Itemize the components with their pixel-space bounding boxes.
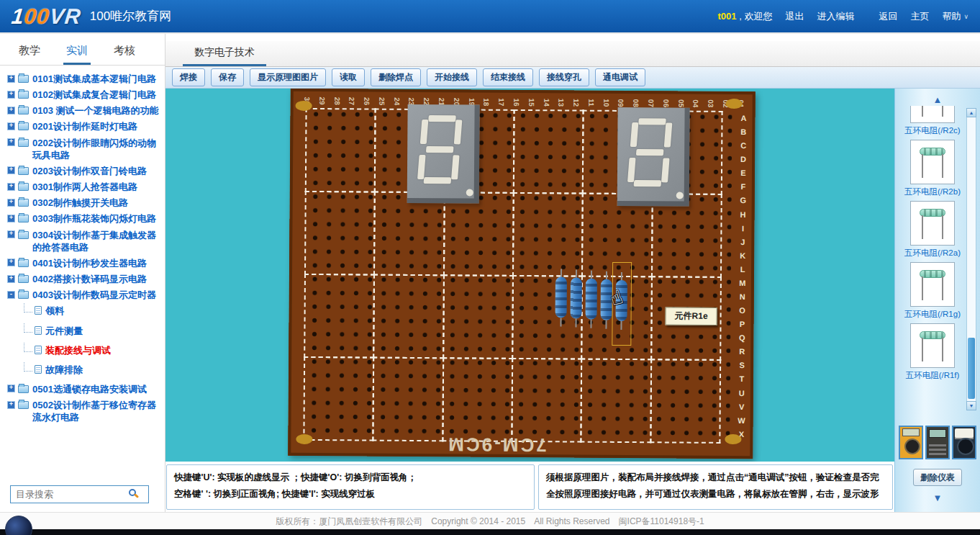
toolbar-button[interactable]: 接线穿孔	[539, 68, 589, 86]
expand-icon[interactable]	[7, 107, 15, 114]
sidebar-tab[interactable]: 考核	[111, 44, 138, 65]
tree-item[interactable]: 0301制作两人抢答器电路	[7, 181, 163, 193]
component-label[interactable]: 五环电阻(/R1f)	[899, 370, 966, 381]
seven-segment-display-right[interactable]	[617, 107, 690, 207]
tree-item[interactable]: 0303制作瓶花装饰闪烁灯电路	[7, 212, 163, 225]
chevron-down-icon[interactable]: ∨	[963, 13, 968, 20]
tree-item-label[interactable]: 0202设计制作眼睛闪烁的动物玩具电路	[32, 137, 163, 161]
tree-item[interactable]: 装配接线与调试	[20, 344, 163, 356]
component-label[interactable]: 五环电阻(/R2a)	[899, 248, 966, 258]
component-label[interactable]: 五环电阻(/R2b)	[899, 186, 966, 197]
expand-icon[interactable]	[7, 291, 15, 299]
tree-item-label[interactable]: 0203设计制作双音门铃电路	[32, 165, 147, 177]
tree-item[interactable]: 故障排除	[20, 364, 163, 376]
sidebar-tab[interactable]: 教学	[16, 44, 43, 65]
component-scrollbar[interactable]: ▲ ▼	[966, 108, 976, 410]
scrollbar-down-icon[interactable]: ▼	[966, 401, 976, 410]
tree-item[interactable]: 0202设计制作眼睛闪烁的动物玩具电路	[7, 137, 163, 161]
tree-item[interactable]: 0401设计制作秒发生器电路	[7, 257, 163, 269]
tree-item[interactable]: 0201设计制作延时灯电路	[7, 120, 163, 132]
panel-scroll-up-icon[interactable]: ▲	[895, 95, 980, 104]
tree-item[interactable]: 0302制作触摸开关电路	[7, 197, 163, 209]
component-item[interactable]: 五环电阻(/R2b)	[899, 140, 966, 197]
toolbar-button[interactable]: 保存	[211, 68, 244, 86]
expand-icon[interactable]	[7, 215, 15, 222]
component-label[interactable]: 五环电阻(/R2c)	[899, 125, 966, 136]
component-label[interactable]: 五环电阻(/R1g)	[899, 309, 966, 320]
tree-item[interactable]: 0101测试集成基本逻辑门电路	[7, 73, 163, 85]
tree-item-label[interactable]: 0303制作瓶花装饰闪烁灯电路	[32, 212, 156, 225]
header-link[interactable]: 进入编辑	[817, 10, 854, 23]
tree-item-label[interactable]: 0301制作两人抢答器电路	[32, 181, 137, 193]
component-item[interactable]: 五环电阻(/R1f)	[899, 323, 966, 381]
tree-item-label[interactable]: 0403设计制作数码显示定时器	[32, 289, 156, 301]
component-thumbnail[interactable]	[910, 106, 955, 123]
delete-instrument-button[interactable]: 删除仪表	[913, 469, 962, 486]
scrollbar-up-icon[interactable]: ▲	[966, 108, 976, 117]
toolbar-button[interactable]: 焊接	[172, 68, 205, 86]
scrollbar-thumb[interactable]	[968, 338, 975, 399]
expand-icon[interactable]	[7, 91, 15, 99]
tab-digital-electronics[interactable]: 数字电子技术	[183, 40, 266, 66]
expand-icon[interactable]	[7, 183, 15, 191]
tree-item-label[interactable]: 0401设计制作秒发生器电路	[32, 257, 147, 269]
header-link[interactable]: 主页	[910, 10, 929, 23]
tree-item-label[interactable]: 0103 测试一个逻辑电路的功能	[32, 104, 159, 117]
toolbar-button[interactable]: 通电调试	[595, 68, 645, 86]
expand-icon[interactable]	[7, 75, 15, 83]
component-thumbnail[interactable]	[910, 140, 955, 184]
tree-item-label[interactable]: 0102测试集成复合逻辑门电路	[32, 89, 156, 101]
seven-segment-display-left[interactable]	[407, 104, 480, 204]
digital-multimeter-icon[interactable]	[899, 426, 923, 459]
resistor[interactable]	[585, 271, 597, 328]
tree-item[interactable]: 0403设计制作数码显示定时器	[7, 289, 163, 301]
tree-item[interactable]: 0502设计制作基于移位寄存器流水灯电路	[7, 399, 163, 423]
tree-item[interactable]: 0501选通锁存电路安装调试	[7, 383, 163, 395]
sidebar-tab[interactable]: 实训	[63, 44, 91, 65]
component-item[interactable]: 五环电阻(/R2c)	[899, 106, 966, 136]
lcr-meter-icon[interactable]	[925, 426, 950, 459]
tree-item[interactable]: 0203设计制作双音门铃电路	[7, 165, 163, 177]
tree-item[interactable]: 0103 测试一个逻辑电路的功能	[7, 104, 163, 117]
simulation-canvas[interactable]: 3029282726252423222120191817161514131211…	[165, 89, 894, 462]
tree-item[interactable]: 0402搭接计数译码显示电路	[7, 273, 163, 285]
component-item[interactable]: 五环电阻(/R1g)	[899, 262, 966, 320]
tree-item-label[interactable]: 0501选通锁存电路安装调试	[32, 383, 147, 395]
tree-item-label[interactable]: 0304设计制作基于集成触发器的抢答器电路	[32, 229, 163, 253]
toolbar-button[interactable]: 显示原理图图片	[250, 68, 326, 86]
toolbar-button[interactable]: 读取	[332, 68, 365, 86]
expand-icon[interactable]	[7, 230, 15, 238]
expand-icon[interactable]	[7, 385, 15, 392]
resistor[interactable]	[555, 269, 567, 326]
component-thumbnail[interactable]	[910, 262, 955, 307]
expand-icon[interactable]	[7, 122, 15, 130]
panel-scroll-down-icon[interactable]: ▼	[895, 493, 980, 503]
analog-multimeter-icon[interactable]	[952, 426, 976, 459]
search-input[interactable]	[10, 485, 149, 503]
tree-item[interactable]: 领料	[20, 305, 163, 317]
tree-item-label[interactable]: 元件测量	[45, 325, 83, 337]
expand-icon[interactable]	[7, 258, 15, 266]
tree-item-label[interactable]: 0502设计制作基于移位寄存器流水灯电路	[32, 399, 163, 423]
tree-item-label[interactable]: 0101测试集成基本逻辑门电路	[32, 73, 156, 85]
toolbar-button[interactable]: 结束接线	[483, 68, 533, 86]
tree-item-label[interactable]: 0402搭接计数译码显示电路	[32, 273, 147, 285]
site-logo-icon[interactable]: 100VR	[10, 4, 82, 29]
tree-item[interactable]: 0304设计制作基于集成触发器的抢答器电路	[7, 229, 163, 253]
expand-icon[interactable]	[7, 166, 15, 174]
perfboard[interactable]: 3029282726252423222120191817161514131211…	[288, 89, 756, 459]
tree-item-label[interactable]: 0302制作触摸开关电路	[32, 197, 128, 209]
toolbar-button[interactable]: 开始接线	[427, 68, 477, 86]
expand-icon[interactable]	[7, 138, 15, 146]
tree-item-label[interactable]: 装配接线与调试	[45, 344, 111, 356]
header-link[interactable]: 返回	[879, 10, 897, 23]
tree-item-label[interactable]: 故障排除	[45, 364, 83, 376]
toolbar-button[interactable]: 删除焊点	[371, 68, 421, 86]
header-link[interactable]: 帮助	[942, 10, 961, 23]
header-link[interactable]: 退出	[785, 10, 804, 23]
tree-item-label[interactable]: 领料	[45, 305, 64, 317]
component-thumbnail[interactable]	[910, 201, 955, 246]
component-item[interactable]: 五环电阻(/R2a)	[899, 201, 966, 258]
tree-item[interactable]: 元件测量	[20, 325, 163, 337]
expand-icon[interactable]	[7, 275, 15, 283]
